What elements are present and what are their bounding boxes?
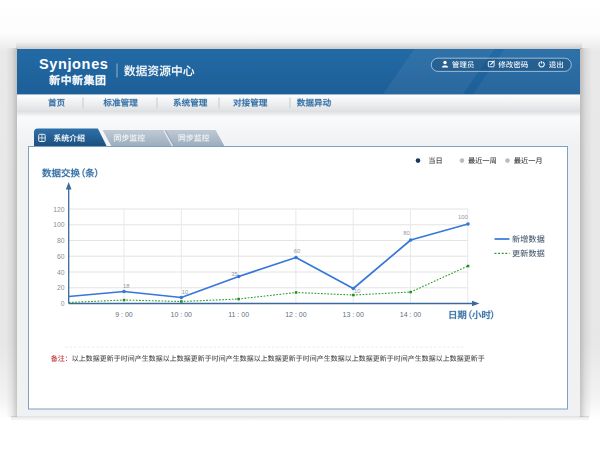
svg-text:100: 100 bbox=[458, 214, 468, 220]
svg-text:18: 18 bbox=[123, 283, 129, 289]
svg-text:9 : 00: 9 : 00 bbox=[115, 311, 133, 318]
svg-text:0: 0 bbox=[61, 300, 65, 307]
svg-text:Synjones: Synjones bbox=[39, 56, 109, 72]
svg-text:60: 60 bbox=[57, 253, 65, 260]
svg-text:60: 60 bbox=[294, 248, 300, 254]
svg-text:10: 10 bbox=[354, 288, 360, 294]
svg-text:80: 80 bbox=[403, 230, 409, 236]
svg-text:14 : 00: 14 : 00 bbox=[400, 311, 422, 318]
svg-text:20: 20 bbox=[57, 284, 65, 291]
svg-text:35: 35 bbox=[231, 271, 237, 277]
svg-text:10 : 00: 10 : 00 bbox=[171, 311, 193, 318]
svg-text:13 : 00: 13 : 00 bbox=[342, 311, 364, 318]
svg-text:120: 120 bbox=[53, 206, 65, 213]
svg-text:12 : 00: 12 : 00 bbox=[285, 311, 307, 318]
svg-text:100: 100 bbox=[53, 221, 65, 228]
svg-text:11 : 00: 11 : 00 bbox=[228, 311, 249, 318]
svg-text:80: 80 bbox=[57, 237, 65, 244]
svg-text:40: 40 bbox=[57, 269, 65, 276]
svg-text:10: 10 bbox=[182, 289, 188, 295]
